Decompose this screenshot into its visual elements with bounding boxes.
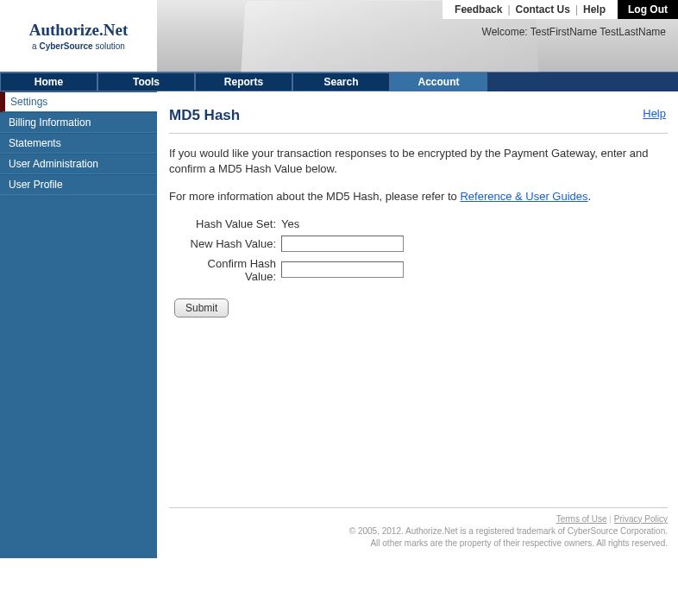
sidebar-item-statements[interactable]: Statements [0, 133, 157, 154]
logo-area: Authorize.Net a CyberSource solution [0, 0, 157, 72]
feedback-link[interactable]: Feedback [449, 3, 507, 16]
sidebar-item-billing[interactable]: Billing Information [0, 112, 157, 133]
privacy-link[interactable]: Privacy Policy [614, 514, 668, 524]
submit-button[interactable]: Submit [174, 299, 229, 317]
hash-form: Hash Value Set: Yes New Hash Value: Conf… [178, 217, 668, 283]
header-right: Feedback | Contact Us | Help Log Out Wel… [157, 0, 678, 72]
terms-link[interactable]: Terms of Use [556, 514, 607, 524]
confirm-hash-input[interactable] [281, 261, 404, 278]
divider [169, 133, 668, 134]
header: Authorize.Net a CyberSource solution Fee… [0, 0, 678, 72]
nav-home[interactable]: Home [0, 72, 97, 91]
hash-set-value: Yes [281, 217, 299, 230]
footer-copyright: © 2005, 2012. Authorize.Net is a registe… [169, 525, 668, 537]
help-link-top[interactable]: Help [578, 3, 611, 16]
footer: Terms of Use | Privacy Policy © 2005, 20… [169, 507, 668, 550]
nav-account[interactable]: Account [390, 72, 487, 91]
welcome-name: TestFirstName TestLastName [530, 26, 666, 38]
nav-search[interactable]: Search [292, 72, 390, 91]
logo-main: Authorize.Net [29, 21, 129, 40]
nav-reports[interactable]: Reports [195, 72, 292, 91]
sidebar: Settings Billing Information Statements … [0, 91, 157, 558]
contact-link[interactable]: Contact Us [511, 3, 575, 16]
reference-guides-link[interactable]: Reference & User Guides [460, 190, 587, 203]
new-hash-input[interactable] [281, 236, 404, 252]
hash-set-label: Hash Value Set: [178, 217, 281, 230]
logout-button[interactable]: Log Out [618, 0, 678, 19]
sidebar-item-user-profile[interactable]: User Profile [0, 174, 157, 195]
nav-tools[interactable]: Tools [97, 72, 195, 91]
page-title: MD5 Hash [169, 107, 668, 124]
help-link[interactable]: Help [643, 107, 666, 120]
new-hash-label: New Hash Value: [178, 237, 281, 250]
footer-marks: All other marks are the property of thei… [169, 537, 668, 550]
intro-text-2: For more information about the MD5 Hash,… [169, 189, 668, 204]
main-content: MD5 Hash Help If you would like your tra… [157, 91, 678, 558]
logo-sub: a CyberSource solution [32, 41, 125, 51]
sidebar-item-user-admin[interactable]: User Administration [0, 154, 157, 174]
sidebar-item-settings[interactable]: Settings [0, 91, 157, 112]
top-links: Feedback | Contact Us | Help Log Out [443, 0, 678, 19]
confirm-hash-label: Confirm Hash Value: [178, 257, 281, 283]
intro-text-1: If you would like your transaction respo… [169, 146, 668, 177]
welcome-text: Welcome: TestFirstName TestLastName [482, 26, 666, 38]
main-nav: Home Tools Reports Search Account [0, 72, 678, 91]
